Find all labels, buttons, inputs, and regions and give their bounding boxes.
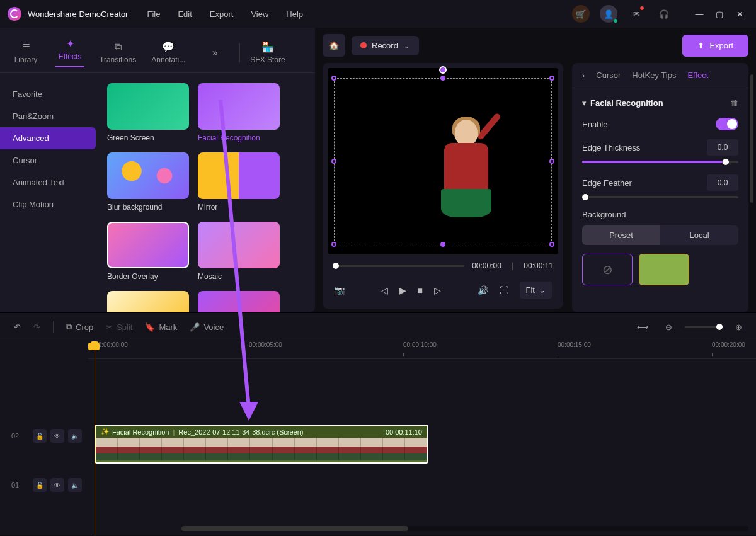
voice-button[interactable]: 🎤 Voice [186,320,227,334]
tab-annotations[interactable]: 💬Annotati... [144,36,193,69]
effect-mirror[interactable]: Mirror [198,152,280,212]
resize-handle[interactable] [331,242,336,247]
zoom-in-button[interactable]: ⊕ [731,320,746,334]
minimize-icon[interactable]: — [690,5,708,23]
effect-mosaic[interactable]: Mosaic [198,222,280,281]
category-animated-text[interactable]: Animated Text [0,171,101,193]
resize-handle[interactable] [549,242,554,247]
crop-button[interactable]: ⧉ Crop [62,319,97,334]
delete-effect-button[interactable]: 🗑 [730,98,738,108]
menu-export[interactable]: Export [210,9,234,19]
selection-box[interactable] [334,78,552,244]
track-lock-button[interactable]: 🔓 [33,429,47,443]
record-button[interactable]: Record ⌄ [352,36,419,55]
panel-tab-hotkey[interactable]: HotKey Tips [632,71,676,80]
resize-handle[interactable] [549,159,554,164]
effect-border-overlay[interactable]: Border Overlay [107,222,189,281]
effect-facial-recognition[interactable]: Facial Recognition [198,83,280,142]
edge-thickness-label: Edge Thickness [582,143,640,152]
collapse-icon[interactable]: ▾ [582,98,587,108]
export-button[interactable]: ⬆ Export [682,35,748,57]
redo-button[interactable]: ↷ [30,320,44,334]
stop-button[interactable]: ■ [418,285,423,295]
edge-thickness-slider[interactable] [582,161,738,163]
play-button[interactable]: ▶ [399,285,406,295]
track-number: 02 [11,432,19,440]
timeline-scrollbar[interactable] [181,526,748,531]
progress-bar[interactable] [333,265,464,267]
chevron-down-icon: ⌄ [539,285,546,295]
screenshot-button[interactable]: 📷 [334,285,345,295]
undo-button[interactable]: ↶ [10,320,25,334]
effect-extra-2[interactable] [198,291,280,312]
fit-timeline-button[interactable]: ⟷ [633,320,653,334]
zoom-slider[interactable] [685,326,723,328]
effect-green-screen[interactable]: Green Screen [107,83,189,142]
panel-tab-effect[interactable]: Effect [687,71,708,80]
tab-library[interactable]: ≣Library [4,36,48,69]
tab-effects[interactable]: ✦Effects [48,33,92,72]
maximize-icon[interactable]: ▢ [711,5,728,23]
category-panzoom[interactable]: Pan&Zoom [0,105,101,127]
edge-feather-slider[interactable] [582,196,738,198]
track-lock-button[interactable]: 🔓 [33,478,47,492]
panel-tab-cursor[interactable]: Cursor [596,71,621,80]
prev-frame-button[interactable]: ◁ [381,285,388,295]
home-button[interactable]: 🏠 [323,34,345,57]
timeline-ruler[interactable]: 00:00:00:00 00:00:05:00 00:00:10:00 00:0… [88,341,756,359]
messages-icon[interactable]: ✉ [627,5,645,23]
bg-tab-local[interactable]: Local [660,225,738,245]
split-button[interactable]: ✂ Split [102,320,136,334]
chevron-right-icon[interactable]: › [582,71,585,80]
headset-icon[interactable]: 🎧 [655,5,673,23]
effect-section-title: Facial Recognition [590,98,726,108]
resize-handle[interactable] [440,242,445,247]
effect-extra-1[interactable] [107,291,189,312]
category-advanced[interactable]: Advanced [0,127,96,149]
preview-canvas[interactable] [328,68,558,254]
edge-thickness-value[interactable]: 0.0 [707,139,738,156]
tab-more[interactable]: » [193,42,237,64]
category-cursor[interactable]: Cursor [0,149,101,171]
tab-transitions[interactable]: ⧉Transitions [92,37,144,69]
bg-preset-none[interactable]: ⊘ [582,254,633,285]
zoom-out-button[interactable]: ⊖ [662,320,676,334]
volume-button[interactable]: 🔊 [478,285,488,295]
track-mute-button[interactable]: 🔈 [68,429,82,443]
menubar: File Edit Export View Help [147,9,303,19]
menu-help[interactable]: Help [286,9,303,19]
resize-handle[interactable] [440,76,445,81]
enable-toggle[interactable] [716,118,738,130]
next-frame-button[interactable]: ▷ [434,285,441,295]
resize-handle[interactable] [331,76,336,81]
time-current: 00:00:00 [472,261,501,270]
record-dot-icon [360,42,367,48]
transition-icon: ⧉ [115,42,122,53]
rotate-handle[interactable] [439,66,447,74]
resize-handle[interactable] [549,76,554,81]
resize-handle[interactable] [331,159,336,164]
edge-feather-value[interactable]: 0.0 [707,174,738,191]
cart-icon[interactable]: 🛒 [572,5,590,23]
tab-sfx-store[interactable]: 🏪SFX Store [243,36,292,69]
bg-tab-preset[interactable]: Preset [582,225,660,245]
category-favorite[interactable]: Favorite [0,83,101,105]
track-mute-button[interactable]: 🔈 [68,478,82,492]
effects-scrollbar[interactable] [750,74,753,288]
user-icon[interactable]: 👤 [600,5,617,23]
menu-edit[interactable]: Edit [178,9,192,19]
menu-view[interactable]: View [251,9,268,19]
close-icon[interactable]: ✕ [731,5,748,23]
mark-button[interactable]: 🔖 Mark [141,320,181,334]
fullscreen-button[interactable]: ⛶ [500,285,508,295]
effect-badge-icon: ✨ [101,428,110,436]
bg-preset-green[interactable] [639,254,689,285]
category-clip-motion[interactable]: Clip Motion [0,193,101,215]
track-visibility-button[interactable]: 👁 [50,429,64,443]
timeline-clip[interactable]: ✨Facial Recognition | Rec_2022-07-12 11-… [94,425,428,464]
menu-file[interactable]: File [147,9,160,19]
playhead[interactable] [94,341,95,535]
effect-blur-background[interactable]: Blur background [107,152,189,212]
track-visibility-button[interactable]: 👁 [50,478,64,492]
zoom-fit-select[interactable]: Fit⌄ [520,282,552,299]
